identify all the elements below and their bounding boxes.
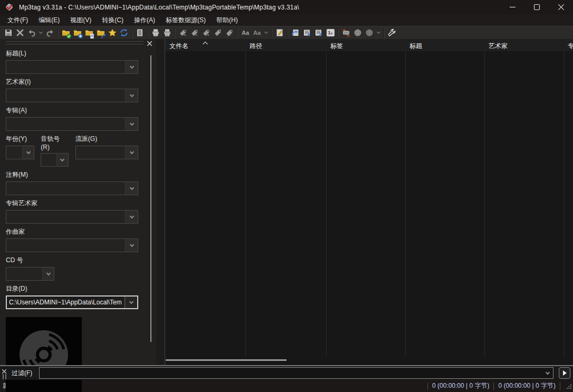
title-input[interactable] bbox=[6, 61, 125, 73]
extended-tags-alt-icon[interactable] bbox=[313, 27, 324, 39]
web-sources-alt-icon[interactable] bbox=[364, 27, 375, 39]
close-button[interactable] bbox=[549, 0, 573, 14]
album-combobox[interactable] bbox=[6, 117, 138, 131]
column-header[interactable]: 标签 bbox=[326, 39, 405, 51]
chevron-down-icon[interactable] bbox=[125, 89, 138, 102]
undo-icon[interactable] bbox=[26, 27, 37, 39]
directory-input[interactable] bbox=[7, 297, 125, 308]
web-sources-icon[interactable] bbox=[352, 27, 364, 39]
filter-close-button[interactable] bbox=[2, 368, 7, 373]
actions-glyph: Aa bbox=[253, 30, 261, 36]
comment-combobox[interactable] bbox=[6, 181, 138, 195]
export-icon[interactable] bbox=[290, 27, 301, 39]
file-view-icon[interactable] bbox=[134, 27, 146, 39]
composer-combobox[interactable] bbox=[6, 238, 138, 252]
save-tag-icon[interactable] bbox=[3, 27, 14, 39]
album-artist-combobox[interactable] bbox=[6, 210, 138, 224]
file-list[interactable]: 文件名路径标签标题艺术家专辑 bbox=[165, 39, 573, 365]
undo-menu-icon[interactable] bbox=[37, 27, 44, 39]
print-icon[interactable] bbox=[150, 27, 161, 39]
redo-icon[interactable] bbox=[44, 27, 56, 39]
filter-combobox[interactable] bbox=[39, 367, 553, 379]
album-art-box[interactable] bbox=[6, 317, 82, 392]
options-icon[interactable] bbox=[386, 27, 398, 39]
web-sources-menu-icon[interactable] bbox=[375, 27, 382, 39]
genre-input[interactable] bbox=[76, 146, 125, 159]
resize-grip-icon[interactable] bbox=[566, 383, 572, 389]
filter-grip-handle[interactable] bbox=[3, 374, 6, 379]
panel-scrollbar-thumb[interactable] bbox=[150, 55, 151, 342]
chevron-down-icon[interactable] bbox=[125, 297, 137, 308]
chevron-down-icon[interactable] bbox=[125, 182, 138, 195]
menu-item[interactable]: 操作(A) bbox=[129, 14, 160, 26]
chevron-down-icon[interactable] bbox=[42, 267, 54, 280]
column-header[interactable]: 专辑 bbox=[564, 39, 573, 51]
favorite-directories-icon[interactable] bbox=[107, 27, 118, 39]
extended-tags-icon[interactable] bbox=[301, 27, 313, 39]
panel-splitter[interactable] bbox=[156, 39, 165, 365]
edit-tag-icon[interactable] bbox=[274, 27, 285, 39]
album-input[interactable] bbox=[6, 118, 125, 130]
menu-item[interactable]: 编辑(E) bbox=[33, 14, 65, 26]
chevron-down-icon[interactable] bbox=[542, 368, 553, 378]
print-preview-icon[interactable] bbox=[161, 27, 173, 39]
chevron-down-icon[interactable] bbox=[125, 239, 138, 252]
menu-item[interactable]: 文件(F) bbox=[2, 14, 33, 26]
directory-combobox[interactable] bbox=[6, 295, 138, 309]
column-header[interactable]: 路径 bbox=[245, 39, 326, 51]
actions-icon[interactable]: Aa bbox=[251, 27, 263, 39]
cd-device-icon[interactable] bbox=[340, 27, 352, 39]
column-header[interactable]: 艺术家 bbox=[484, 39, 564, 51]
artist-combobox[interactable] bbox=[6, 89, 138, 102]
convert-filename-filename-icon[interactable] bbox=[200, 27, 212, 39]
year-combobox[interactable] bbox=[6, 146, 34, 159]
change-directory-icon[interactable] bbox=[60, 27, 72, 39]
year-input[interactable] bbox=[6, 146, 22, 159]
comment-input[interactable] bbox=[6, 182, 125, 195]
open-playlist-icon[interactable] bbox=[83, 27, 95, 39]
disc-combobox[interactable] bbox=[6, 267, 54, 281]
apply-filter-button[interactable] bbox=[559, 367, 570, 379]
chevron-down-icon[interactable] bbox=[56, 154, 68, 166]
composer-input[interactable] bbox=[6, 239, 125, 252]
filter-label: 过滤(F) bbox=[12, 369, 32, 378]
maximize-button[interactable] bbox=[524, 0, 549, 14]
remove-tag-icon[interactable] bbox=[14, 27, 26, 39]
column-header[interactable]: 标题 bbox=[405, 39, 484, 51]
title-bar: Mp3tag v3.31a - C:\Users\ADMINI~1\AppDat… bbox=[0, 0, 573, 14]
menu-item[interactable]: 转换(C) bbox=[97, 14, 129, 26]
convert-tag-tag-icon[interactable] bbox=[224, 27, 235, 39]
panel-close-button[interactable] bbox=[146, 40, 152, 46]
add-directory-icon[interactable] bbox=[72, 27, 83, 39]
toolbar-separator bbox=[175, 28, 176, 38]
menu-item[interactable]: 视图(V) bbox=[65, 14, 97, 26]
chevron-down-icon[interactable] bbox=[22, 146, 34, 159]
convert-tag-filename-icon[interactable] bbox=[177, 27, 189, 39]
minimize-button[interactable] bbox=[500, 0, 524, 14]
chevron-down-icon[interactable] bbox=[125, 61, 138, 73]
mp3tag-window: Mp3tag v3.31a - C:\Users\ADMINI~1\AppDat… bbox=[0, 0, 573, 392]
title-combobox[interactable] bbox=[6, 60, 138, 74]
artist-input[interactable] bbox=[6, 89, 125, 102]
refresh-icon[interactable] bbox=[118, 27, 130, 39]
actions-menu-icon[interactable] bbox=[263, 27, 270, 39]
case-conversion-icon[interactable]: Aa bbox=[240, 27, 251, 39]
chevron-down-icon[interactable] bbox=[125, 211, 138, 223]
disc-input[interactable] bbox=[6, 267, 42, 280]
up-arrow-badge-icon bbox=[101, 34, 106, 39]
chevron-down-icon[interactable] bbox=[125, 118, 138, 130]
filter-input[interactable] bbox=[40, 368, 541, 378]
menu-item[interactable]: 帮助(H) bbox=[211, 14, 243, 26]
genre-combobox[interactable] bbox=[75, 146, 138, 159]
menu-item[interactable]: 标签数据源(S) bbox=[160, 14, 211, 26]
chevron-down-icon[interactable] bbox=[125, 146, 138, 159]
parent-directory-icon[interactable] bbox=[95, 27, 107, 39]
convert-text-file-tag-icon[interactable] bbox=[212, 27, 224, 39]
convert-filename-tag-icon[interactable] bbox=[189, 27, 200, 39]
panel-grip-handle[interactable] bbox=[6, 41, 144, 44]
track-combobox[interactable] bbox=[41, 153, 68, 167]
horizontal-scrollbar-thumb[interactable] bbox=[166, 359, 286, 361]
album-artist-input[interactable] bbox=[6, 211, 125, 223]
track-input[interactable] bbox=[41, 154, 56, 166]
autonumbering-wizard-icon[interactable]: 1₂ bbox=[324, 27, 336, 39]
